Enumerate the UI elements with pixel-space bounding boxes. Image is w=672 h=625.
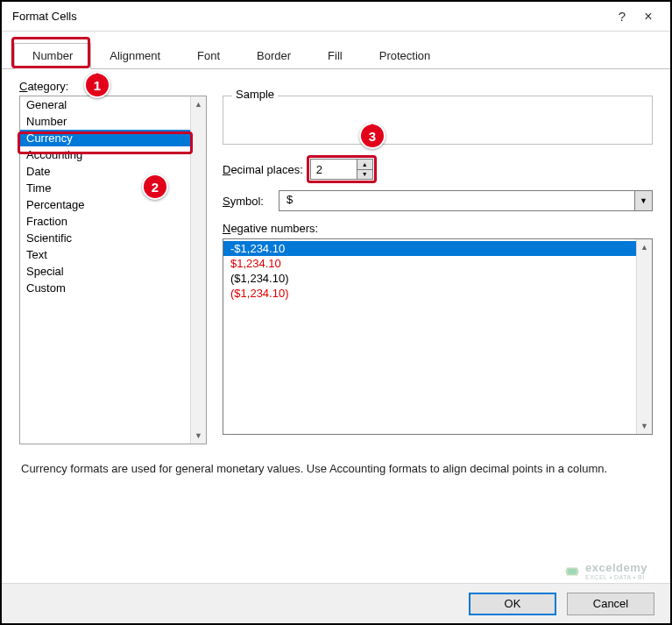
category-item[interactable]: General (20, 96, 190, 113)
category-item[interactable]: Percentage (20, 196, 190, 213)
tab-panel-number: Category: GeneralNumberCurrencyAccountin… (2, 69, 670, 444)
tab-fill[interactable]: Fill (309, 43, 361, 69)
close-button[interactable]: × (635, 9, 661, 25)
negative-item[interactable]: ($1,234.10) (223, 286, 636, 301)
tab-border[interactable]: Border (238, 43, 309, 69)
watermark: exceldemy EXCEL • DATA • BI (564, 562, 647, 581)
category-column: Category: GeneralNumberCurrencyAccountin… (19, 80, 207, 444)
negative-item[interactable]: ($1,234.10) (223, 271, 636, 286)
chevron-down-icon[interactable]: ▼ (634, 191, 652, 210)
symbol-select[interactable]: $ ▼ (279, 190, 653, 211)
tab-font[interactable]: Font (179, 43, 238, 69)
scroll-up-icon[interactable]: ▲ (637, 239, 652, 255)
category-item[interactable]: Scientific (20, 230, 190, 246)
decimal-spinner[interactable]: ▲ ▼ (310, 159, 373, 180)
title-bar: Format Cells ? × (2, 2, 670, 32)
category-item[interactable]: Currency (20, 130, 190, 146)
negative-item[interactable]: -$1,234.10 (223, 241, 636, 256)
window-title: Format Cells (12, 10, 609, 23)
category-item[interactable]: Text (20, 246, 190, 263)
category-item[interactable]: Fraction (20, 213, 190, 230)
scroll-down-icon[interactable]: ▼ (637, 418, 652, 434)
symbol-label: Symbol: (223, 195, 272, 208)
scrollbar[interactable]: ▲ ▼ (190, 96, 206, 444)
sample-legend: Sample (232, 88, 278, 101)
tab-protection[interactable]: Protection (361, 43, 449, 69)
scrollbar[interactable]: ▲ ▼ (636, 239, 652, 434)
category-item[interactable]: Special (20, 263, 190, 280)
spinner-down-icon[interactable]: ▼ (357, 169, 372, 180)
button-bar: OK Cancel (2, 583, 670, 623)
decimal-row: Decimal places: ▲ ▼ (223, 159, 653, 180)
ok-button[interactable]: OK (469, 593, 556, 615)
category-item[interactable]: Number (20, 113, 190, 130)
scroll-up-icon[interactable]: ▲ (191, 96, 206, 112)
category-item[interactable]: Custom (20, 280, 190, 296)
tab-number[interactable]: Number (14, 43, 91, 69)
category-item[interactable]: Date (20, 163, 190, 180)
decimal-label: Decimal places: (223, 163, 303, 176)
options-column: Sample Decimal places: ▲ ▼ Symbol: $ ▼ (223, 80, 653, 444)
negative-label: Negative numbers: (223, 222, 653, 235)
symbol-row: Symbol: $ ▼ (223, 190, 653, 211)
category-item[interactable]: Accounting (20, 146, 190, 163)
format-description: Currency formats are used for general mo… (2, 444, 670, 478)
watermark-text: exceldemy EXCEL • DATA • BI (585, 562, 647, 581)
category-label: Category: (19, 80, 207, 93)
help-button[interactable]: ? (609, 9, 635, 24)
exceldemy-logo-icon (564, 564, 580, 579)
svg-marker-1 (568, 569, 577, 574)
tabstrip: Number Alignment Font Border Fill Protec… (2, 32, 670, 69)
tab-alignment[interactable]: Alignment (91, 43, 179, 69)
scroll-down-icon[interactable]: ▼ (191, 428, 206, 444)
negative-item[interactable]: $1,234.10 (223, 256, 636, 271)
decimal-input[interactable] (311, 160, 357, 179)
category-item[interactable]: Time (20, 180, 190, 196)
sample-frame: Sample (223, 96, 653, 145)
negative-listbox[interactable]: -$1,234.10$1,234.10($1,234.10)($1,234.10… (223, 238, 653, 435)
symbol-value: $ (279, 191, 634, 210)
category-listbox[interactable]: GeneralNumberCurrencyAccountingDateTimeP… (19, 96, 207, 444)
spinner-up-icon[interactable]: ▲ (357, 160, 372, 169)
cancel-button[interactable]: Cancel (567, 593, 654, 615)
